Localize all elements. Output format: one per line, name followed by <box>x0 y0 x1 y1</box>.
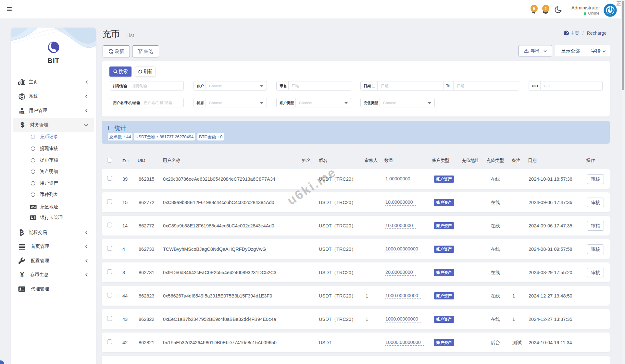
svg-text:₿: ₿ <box>19 229 24 236</box>
svg-text:1: 1 <box>544 6 547 11</box>
svg-text:5: 5 <box>533 6 535 11</box>
svg-text:ıl: ıl <box>21 111 23 114</box>
svg-text:VISA: VISA <box>31 206 36 208</box>
